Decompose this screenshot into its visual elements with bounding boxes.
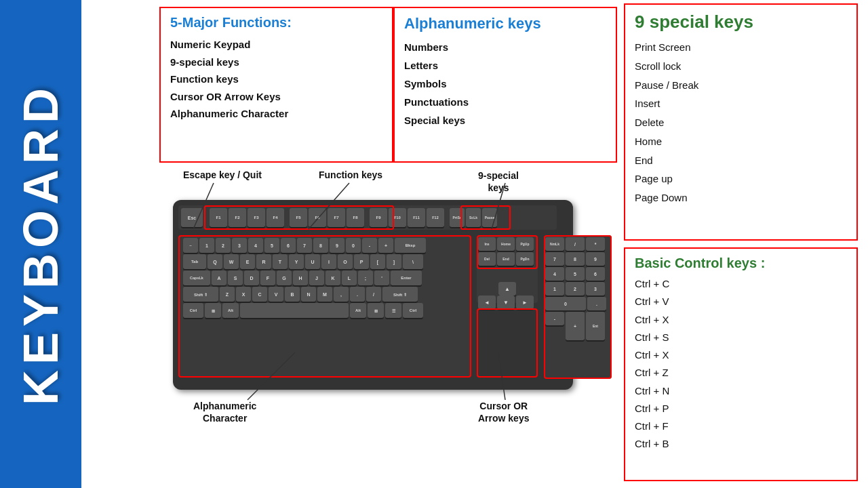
lwin-key: ⊞ (205, 303, 221, 318)
list-item: Ctrl + B (635, 435, 847, 453)
list-item: Ctrl + P (635, 400, 847, 418)
npdot-key: . (587, 297, 606, 310)
ins-key: Ins (478, 237, 496, 251)
control-keys-title: Basic Control keys : (635, 256, 847, 271)
list-item: Delete (635, 113, 847, 132)
l-key: L (342, 270, 357, 285)
plus-key: + (378, 238, 393, 253)
list-item: Ctrl + X (635, 311, 847, 329)
list-item: Alphanumeric Character (170, 105, 382, 123)
list-item: Ctrl + C (635, 275, 847, 293)
escape-key-label: Escape key / Quit (183, 169, 262, 180)
1-key: 1 (199, 238, 214, 253)
lctrl-key: Ctrl (183, 303, 203, 318)
alphanumeric-box: Alphanumeric keys NumbersLettersSymbolsP… (393, 7, 617, 163)
v-key: V (269, 287, 283, 302)
2-key: 2 (216, 238, 231, 253)
sidebar-title: KEYBOARD (13, 83, 68, 405)
rwin-key: ⊞ (368, 303, 384, 318)
cursor-arrow-label: Cursor ORArrow keys (478, 400, 529, 424)
special-keys-list: Print ScreenScroll lockPause / BreakInse… (635, 38, 847, 207)
left-key: ◄ (478, 296, 496, 309)
tab-key: Tab (183, 254, 206, 269)
f8-key: F8 (347, 208, 364, 227)
f12-key: F12 (427, 208, 444, 227)
list-item: Home (635, 132, 847, 151)
np9-key: 9 (586, 252, 605, 266)
w-key: W (224, 254, 239, 269)
f6-key: F6 (309, 208, 326, 227)
z-key: Z (220, 287, 235, 302)
f-key: F (260, 270, 275, 285)
f3-key: F3 (248, 208, 265, 227)
k-key: K (326, 270, 340, 285)
lbracket-key: [ (370, 254, 385, 269)
enter-key: Enter (391, 270, 422, 285)
list-item: End (635, 151, 847, 170)
f10-key: F10 (389, 208, 406, 227)
o-key: O (338, 254, 353, 269)
t-key: T (273, 254, 288, 269)
np7-key: 7 (545, 252, 564, 266)
b-key: B (285, 287, 300, 302)
list-item: Numbers (404, 38, 606, 56)
down-key: ▼ (497, 296, 515, 309)
pgdn-key: PgDn (516, 252, 534, 266)
rbracket-key: ] (387, 254, 401, 269)
special-keys-title: 9 special keys (635, 12, 847, 33)
np-mul-key: * (586, 237, 605, 251)
n-key: N (301, 287, 316, 302)
d-key: D (244, 270, 259, 285)
a-key: A (212, 270, 226, 285)
list-item: Punctuations (404, 93, 606, 111)
list-item: Letters (404, 56, 606, 75)
np6-key: 6 (586, 267, 605, 281)
j-key: J (309, 270, 324, 285)
list-item: Symbols (404, 75, 606, 93)
np-enter-key: Ent (586, 312, 605, 340)
right-key: ► (516, 296, 534, 309)
h-key: H (293, 270, 308, 285)
list-item: Ctrl + S (635, 329, 847, 346)
np-div-key: / (566, 237, 585, 251)
special-inner: Ins Home PgUp Del End PgDn ▲ ◄ ▼ (477, 235, 538, 303)
list-item: Function keys (170, 70, 382, 88)
np5-key: 5 (566, 267, 585, 281)
list-item: Special keys (404, 111, 606, 129)
f7-key: F7 (328, 208, 345, 227)
f2-key: F2 (229, 208, 246, 227)
quote-key: ' (374, 270, 389, 285)
3-key: 3 (232, 238, 247, 253)
pgup-key: PgUp (516, 237, 534, 251)
ralt-key: Alt (350, 303, 366, 318)
s-key: S (228, 270, 243, 285)
major-functions-box: 5-Major Functions: Numeric Keypad9-speci… (159, 7, 393, 163)
c-key: C (252, 287, 267, 302)
end-key: End (497, 252, 515, 266)
backspace-key: Bksp (395, 238, 426, 253)
backslash-key: \ (403, 254, 423, 269)
list-item: Ctrl + F (635, 418, 847, 435)
8-key: 8 (313, 238, 328, 253)
y-key: Y (289, 254, 304, 269)
list-item: Ctrl + X (635, 346, 847, 364)
u-key: U (305, 254, 320, 269)
np-plus-key: + (566, 312, 585, 340)
list-item: Page up (635, 169, 847, 188)
lalt-key: Alt (222, 303, 239, 318)
list-item: Ctrl + Z (635, 364, 847, 382)
list-item: 9-special keys (170, 54, 382, 71)
e-key: E (240, 254, 255, 269)
pause-key: Pause (482, 208, 497, 227)
i-key: I (321, 254, 336, 269)
keyboard-graphic: Esc F1 F2 F3 F4 F5 F6 F7 F8 F9 F10 F11 F… (173, 200, 573, 390)
alphanumeric-list: NumbersLettersSymbolsPunctuationsSpecial… (404, 38, 606, 129)
f9-key: F9 (370, 208, 387, 227)
minus-key: - (362, 238, 377, 253)
4-key: 4 (248, 238, 263, 253)
sidebar: KEYBOARD (0, 0, 81, 488)
5-key: 5 (264, 238, 279, 253)
menu-key: ☰ (385, 303, 401, 318)
main-content: 5-Major Functions: Numeric Keypad9-speci… (81, 0, 868, 488)
numeric-keypad-body: NmLk / * 7 8 9 4 5 6 1 (544, 235, 612, 379)
